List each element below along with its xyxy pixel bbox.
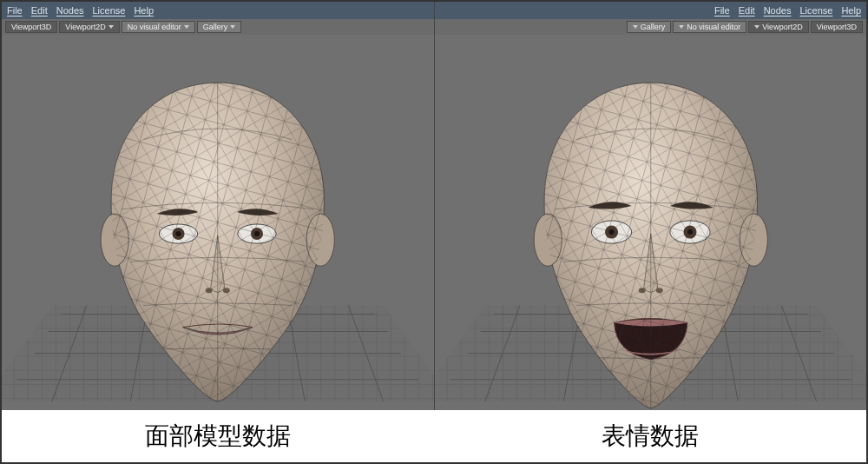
caption-right: 表情数据 — [434, 410, 866, 462]
no-visual-editor-button[interactable]: No visual editor — [673, 21, 746, 33]
gallery-button[interactable]: Gallery — [627, 21, 672, 33]
toolbar-right: Gallery No visual editor Viewport2D View… — [435, 19, 867, 35]
viewport3d-label: Viewport3D — [817, 23, 857, 31]
menu-nodes[interactable]: Nodes — [56, 5, 84, 16]
viewport2d-button[interactable]: Viewport2D — [748, 21, 808, 33]
chevron-down-icon — [108, 25, 114, 29]
menubar-right: File Edit Nodes License Help — [435, 2, 867, 19]
gallery-button[interactable]: Gallery — [197, 21, 242, 33]
menubar-left: File Edit Nodes License Help — [2, 2, 434, 19]
caption-left: 面部模型数据 — [2, 410, 434, 462]
gallery-label: Gallery — [203, 23, 228, 31]
menu-license[interactable]: License — [93, 5, 126, 16]
menu-nodes[interactable]: Nodes — [764, 5, 792, 16]
menu-edit[interactable]: Edit — [739, 5, 755, 16]
menu-file[interactable]: File — [7, 5, 23, 16]
viewport3d-button[interactable]: Viewport3D — [811, 21, 863, 33]
menu-edit[interactable]: Edit — [31, 5, 48, 16]
toolbar-left: Viewport3D Viewport2D No visual editor G… — [2, 19, 434, 35]
viewport2d-label: Viewport2D — [762, 23, 802, 31]
left-pane: File Edit Nodes License Help Viewport3D … — [2, 2, 435, 410]
chevron-down-icon — [230, 25, 235, 29]
chevron-down-icon — [754, 25, 760, 29]
viewport3d-label: Viewport3D — [11, 23, 51, 31]
viewport2d-label: Viewport2D — [65, 23, 105, 31]
viewport2d-button[interactable]: Viewport2D — [59, 21, 119, 33]
chevron-down-icon — [184, 25, 189, 29]
right-pane: File Edit Nodes License Help Gallery No … — [435, 2, 867, 410]
menu-file[interactable]: File — [714, 5, 730, 16]
captions-row: 面部模型数据 表情数据 — [2, 410, 866, 462]
menu-help[interactable]: Help — [134, 5, 154, 16]
no-visual-label: No visual editor — [687, 23, 740, 31]
chevron-down-icon — [633, 25, 638, 29]
gallery-label: Gallery — [641, 23, 666, 31]
menu-help[interactable]: Help — [841, 5, 861, 16]
chevron-down-icon — [679, 25, 684, 29]
no-visual-editor-button[interactable]: No visual editor — [122, 21, 195, 33]
viewport-right[interactable] — [435, 35, 867, 410]
viewport3d-button[interactable]: Viewport3D — [5, 21, 57, 33]
no-visual-label: No visual editor — [128, 23, 181, 31]
viewport-left[interactable] — [2, 35, 434, 410]
menu-license[interactable]: License — [799, 5, 832, 16]
